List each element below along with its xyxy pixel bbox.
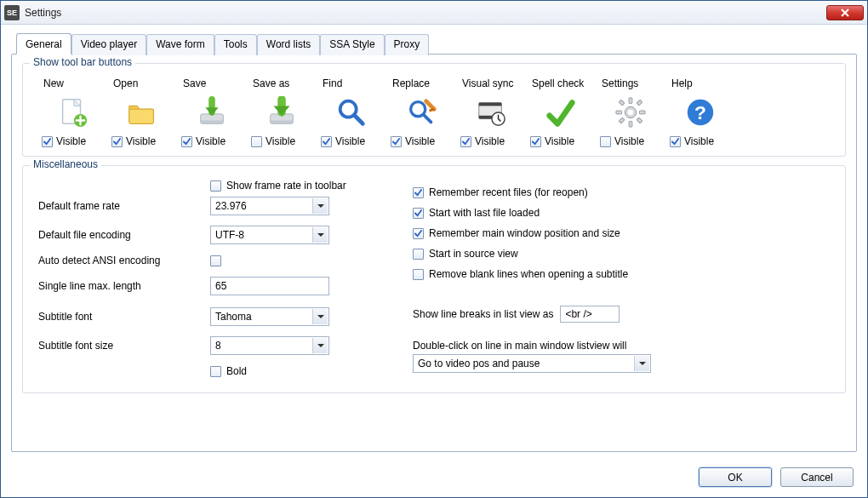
toolbar-visible-label: Visible	[56, 135, 86, 147]
toolbar-visible-check-save-as[interactable]	[251, 136, 262, 147]
auto-detect-ansi-label: Auto detect ANSI encoding	[38, 255, 202, 266]
close-button[interactable]	[826, 5, 864, 20]
remember-recent-check[interactable]	[413, 187, 424, 198]
svg-rect-17	[639, 111, 645, 114]
subtitle-font-size-select[interactable]: 8	[210, 336, 329, 355]
replace-icon	[403, 94, 439, 130]
tab-tools[interactable]: Tools	[214, 34, 257, 55]
visual-sync-icon	[473, 94, 509, 130]
save-icon	[194, 94, 230, 130]
toolbar-visible-label: Visible	[405, 135, 435, 147]
tab-proxy[interactable]: Proxy	[385, 34, 430, 55]
tab-general[interactable]: General	[16, 33, 71, 54]
toolbar-label-open: Open	[113, 77, 138, 89]
toolbar-item-replace: Replace Visible	[391, 77, 452, 147]
toolbar-item-save: Save Visible	[181, 77, 243, 147]
misc-group: Miscellaneous Show frame rate in toolbar…	[22, 165, 846, 393]
start-with-last-label: Start with last file loaded	[429, 207, 540, 219]
svg-point-22	[628, 110, 634, 116]
line-breaks-input[interactable]	[560, 306, 620, 323]
double-click-value: Go to video pos and pause	[418, 358, 540, 369]
bold-check[interactable]	[210, 366, 221, 377]
toolbar-item-find: Find Visible	[321, 77, 382, 147]
subtitle-font-select[interactable]: Tahoma	[210, 307, 329, 326]
new-file-icon	[54, 94, 90, 130]
svg-rect-4	[201, 121, 224, 124]
toolbar-visible-check-replace[interactable]	[391, 136, 402, 147]
toolbar-visible-check-open[interactable]	[111, 136, 123, 147]
toolbar-label-help: Help	[671, 77, 693, 89]
toolbar-icons-row: New Visible	[33, 77, 835, 147]
subtitle-font-label: Subtitle font	[38, 311, 202, 323]
toolbar-visible-label: Visible	[335, 135, 365, 147]
toolbar-label-spell-check: Spell check	[532, 77, 584, 89]
double-click-select[interactable]: Go to video pos and pause	[413, 354, 651, 373]
tab-video-player[interactable]: Video player	[71, 34, 147, 55]
double-click-label: Double-click on line in main window list…	[413, 340, 830, 352]
tabstrip: General Video player Wave form Tools Wor…	[16, 33, 857, 54]
toolbar-visible-check-visual-sync[interactable]	[460, 136, 471, 147]
subtitle-font-value: Tahoma	[215, 311, 252, 323]
find-icon	[334, 94, 369, 130]
svg-rect-2	[129, 109, 154, 123]
toolbar-label-find: Find	[323, 77, 342, 89]
toolbar-label-new: New	[43, 77, 64, 89]
toolbar-visible-check-save[interactable]	[181, 136, 192, 147]
ok-button[interactable]: OK	[699, 467, 772, 487]
bold-label: Bold	[226, 365, 247, 377]
chevron-down-icon	[312, 227, 328, 243]
toolbar-item-help: Help ? Visible	[670, 77, 731, 147]
remove-blank-check[interactable]	[413, 269, 424, 280]
svg-rect-21	[619, 117, 625, 123]
default-encoding-label: Default file encoding	[38, 229, 202, 241]
start-source-check[interactable]	[413, 249, 424, 260]
show-frame-rate-check[interactable]	[210, 180, 221, 192]
toolbar-visible-check-find[interactable]	[321, 136, 332, 147]
toolbar-visible-check-help[interactable]	[670, 136, 681, 147]
tab-ssa-style[interactable]: SSA Style	[320, 34, 384, 55]
svg-rect-20	[637, 100, 642, 106]
save-as-icon	[264, 94, 300, 130]
window-title: Settings	[25, 7, 826, 19]
cancel-button[interactable]: Cancel	[780, 467, 854, 487]
misc-group-legend: Miscellaneous	[30, 158, 101, 170]
single-line-max-label: Single line max. length	[38, 280, 202, 292]
toolbar-visible-check-settings[interactable]	[600, 136, 611, 147]
toolbar-visible-check-spell-check[interactable]	[530, 136, 541, 147]
svg-rect-14	[629, 98, 632, 104]
toolbar-visible-check-new[interactable]	[42, 136, 53, 147]
start-with-last-check[interactable]	[413, 208, 424, 219]
misc-right-column: Remember recent files (for reopen) Start…	[413, 180, 830, 377]
subtitle-font-size-value: 8	[215, 340, 221, 352]
toolbar-item-new: New Visible	[42, 77, 103, 147]
toolbar-item-open: Open Visible	[111, 77, 173, 147]
default-frame-rate-select[interactable]: 23.976	[210, 197, 329, 215]
tab-wave-form[interactable]: Wave form	[146, 34, 214, 55]
toolbar-visible-label: Visible	[475, 135, 505, 147]
toolbar-visible-label: Visible	[684, 135, 714, 147]
toolbar-label-visual-sync: Visual sync	[462, 77, 513, 89]
auto-detect-ansi-check[interactable]	[210, 255, 221, 266]
toolbar-group: Show tool bar buttons New	[22, 63, 846, 157]
svg-rect-15	[629, 121, 632, 127]
chevron-down-icon	[312, 338, 328, 353]
toolbar-visible-label: Visible	[614, 135, 644, 147]
single-line-max-input[interactable]	[210, 277, 329, 295]
show-frame-rate-label: Show frame rate in toolbar	[226, 180, 346, 192]
remember-window-label: Remember main window position and size	[429, 227, 620, 239]
toolbar-item-save-as: Save as Visible	[251, 77, 312, 147]
default-frame-rate-label: Default frame rate	[38, 200, 202, 212]
remember-window-check[interactable]	[413, 228, 424, 239]
svg-rect-18	[619, 100, 625, 106]
line-breaks-label: Show line breaks in list view as	[413, 308, 553, 320]
default-encoding-select[interactable]: UTF-8	[210, 226, 329, 244]
tab-panel-general: Show tool bar buttons New	[11, 54, 857, 452]
svg-rect-6	[271, 121, 294, 124]
subtitle-font-size-label: Subtitle font size	[38, 340, 202, 352]
chevron-down-icon	[634, 356, 649, 371]
spell-check-icon	[543, 94, 579, 130]
titlebar: SE Settings	[1, 1, 867, 25]
tab-word-lists[interactable]: Word lists	[257, 34, 320, 55]
app-icon: SE	[4, 5, 20, 20]
default-frame-rate-value: 23.976	[215, 200, 247, 212]
